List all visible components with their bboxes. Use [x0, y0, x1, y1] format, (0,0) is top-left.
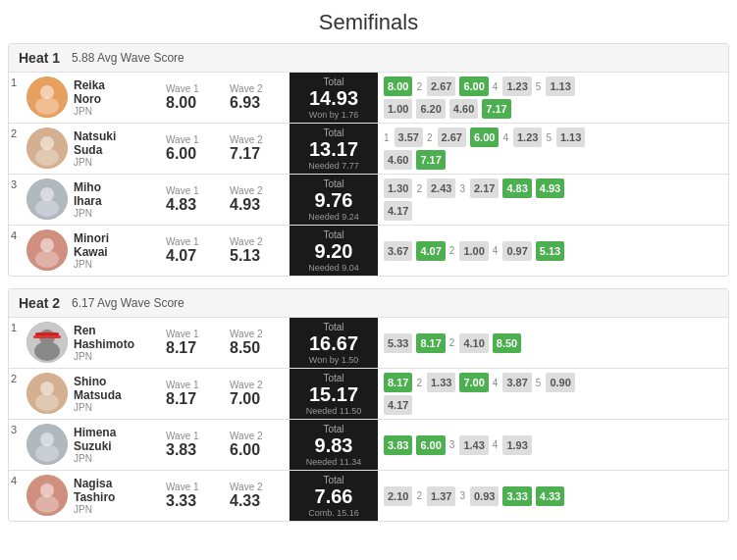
judge-number: 4: [493, 245, 499, 256]
score-pill: 2.10: [384, 486, 412, 506]
wave2-section: Wave 2 5.13: [226, 226, 290, 276]
scores-row-1: 2.10 21.37 30.93 3.33 4.33: [384, 486, 722, 506]
total-section: Total 7.66 Comb. 15.16: [290, 471, 378, 521]
score-pill: 4.17: [384, 395, 412, 415]
avatar: [26, 424, 68, 465]
competitor-name: HimenaSuzuki: [74, 426, 162, 454]
scores-row-1: 3.83 6.00 31.43 41.93: [384, 435, 722, 455]
wave2-score: 7.17: [230, 145, 286, 163]
rank: 4: [9, 226, 25, 276]
scores-row-1: 13.57 22.67 6.00 41.23 51.13: [384, 127, 722, 147]
wave1-section: Wave 1 4.07: [162, 226, 226, 276]
table-row: 4 MinoriKawai JPN Wave 1 4.07 Wave 2 5.1…: [9, 225, 728, 276]
total-label: Total: [323, 229, 343, 240]
svg-point-5: [35, 148, 59, 166]
judge-number: 2: [416, 183, 422, 194]
wave1-score: 3.83: [166, 441, 222, 459]
judge-number: 2: [427, 132, 433, 143]
wave2-label: Wave 2: [230, 329, 286, 339]
table-row: 1 RenHashimoto JPN Wave 1 8.17 Wave 2 8.…: [9, 317, 728, 368]
wave1-section: Wave 1 4.83: [162, 175, 226, 225]
heat-header: Heat 2 6.17 Avg Wave Score: [9, 289, 728, 317]
scores-row-1: 8.00 22.67 6.00 41.23 51.13: [384, 76, 722, 96]
svg-point-14: [34, 341, 60, 361]
svg-point-21: [40, 433, 54, 446]
total-section: Total 9.83 Needed 11.34: [290, 420, 378, 470]
avatar: [26, 322, 68, 363]
score-pill: 4.83: [502, 178, 531, 198]
wave2-label: Wave 2: [230, 236, 286, 247]
score-pill: 0.93: [470, 486, 499, 506]
competitor-country: JPN: [74, 208, 162, 219]
competitor-info: RenHashimoto JPN: [74, 318, 162, 368]
total-section: Total 9.76 Needed 9.24: [290, 175, 378, 225]
total-section: Total 16.67 Won by 1.50: [290, 318, 378, 368]
total-label: Total: [323, 76, 343, 87]
wave2-score: 4.93: [230, 196, 286, 214]
judge-number: 3: [449, 439, 455, 450]
svg-point-24: [40, 484, 54, 497]
score-pill: 6.00: [459, 76, 488, 96]
total-label: Total: [323, 127, 343, 138]
wave1-label: Wave 1: [166, 482, 222, 492]
competitor-info: NatsukiSuda JPN: [74, 124, 162, 174]
wave1-score: 3.33: [166, 492, 222, 510]
wave2-score: 7.00: [230, 390, 286, 408]
competitor-name: ReikaNoro: [74, 78, 162, 107]
total-note: Needed 9.24: [308, 212, 359, 222]
total-note: Needed 11.50: [306, 406, 362, 416]
score-pill: 2.67: [427, 76, 455, 96]
score-pill: 8.17: [384, 373, 412, 392]
scores-detail: 3.83 6.00 31.43 41.93: [378, 420, 728, 470]
judge-number: 2: [416, 378, 422, 388]
judge-number: 5: [546, 132, 552, 143]
competitor-info: HimenaSuzuki JPN: [74, 420, 162, 470]
total-score: 15.17: [309, 383, 358, 406]
score-pill: 1.30: [384, 178, 412, 198]
heat-header: Heat 1 5.88 Avg Wave Score: [9, 44, 728, 72]
svg-point-25: [35, 495, 59, 513]
judge-number: 4: [493, 81, 499, 92]
svg-point-11: [35, 250, 59, 268]
total-score: 9.76: [315, 189, 353, 212]
avatar: [26, 178, 68, 220]
judge-number: 2: [449, 337, 455, 348]
rank: 2: [9, 369, 25, 419]
wave1-label: Wave 1: [166, 329, 222, 339]
judge-number: 5: [536, 81, 542, 92]
svg-point-10: [40, 238, 54, 252]
total-score: 7.66: [315, 485, 353, 508]
table-row: 2 ShinoMatsuda JPN Wave 1 8.17 Wave 2 7.…: [9, 368, 728, 419]
rank: 2: [9, 124, 25, 174]
table-row: 4 NagisaTashiro JPN Wave 1 3.33 Wave 2 4…: [9, 470, 728, 521]
total-label: Total: [323, 322, 343, 332]
wave2-score: 8.50: [230, 339, 286, 357]
wave1-section: Wave 1 8.17: [162, 318, 226, 368]
page-title: Semifinals: [0, 0, 737, 43]
table-row: 3 MihoIhara JPN Wave 1 4.83 Wave 2 4.93 …: [9, 174, 728, 225]
wave1-section: Wave 1 3.83: [162, 420, 226, 470]
wave2-label: Wave 2: [230, 482, 286, 492]
competitor-country: JPN: [74, 402, 162, 413]
scores-detail: 5.33 8.17 24.10 8.50: [378, 318, 728, 368]
judge-number: 2: [416, 81, 422, 92]
score-pill: 3.87: [502, 373, 531, 392]
total-note: Needed 7.77: [308, 161, 359, 171]
scores-detail: 8.17 21.33 7.00 43.87 50.90 4.17: [378, 369, 728, 419]
svg-point-7: [40, 187, 54, 201]
svg-point-2: [35, 97, 59, 115]
wave1-section: Wave 1 3.33: [162, 471, 226, 521]
score-pill: 5.33: [384, 333, 412, 353]
score-pill: 1.23: [513, 127, 542, 147]
svg-point-18: [40, 382, 54, 395]
svg-point-19: [35, 393, 59, 411]
total-section: Total 15.17 Needed 11.50: [290, 369, 378, 419]
judge-number: 3: [459, 490, 465, 501]
wave1-label: Wave 1: [166, 134, 222, 145]
score-pill: 4.60: [384, 150, 412, 170]
score-pill: 4.33: [536, 486, 564, 506]
rank: 1: [9, 73, 25, 123]
judge-number: 4: [502, 132, 508, 143]
rank: 3: [9, 420, 25, 470]
wave1-label: Wave 1: [166, 380, 222, 390]
